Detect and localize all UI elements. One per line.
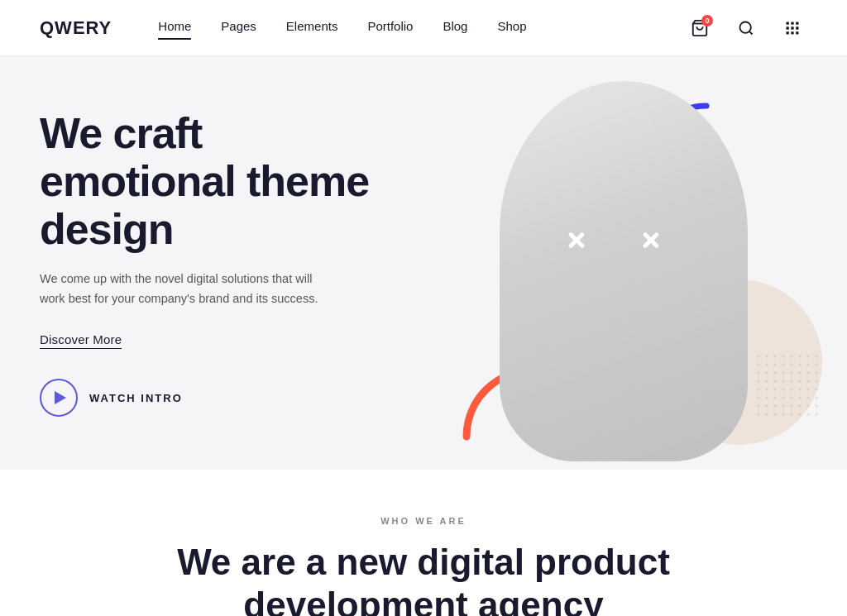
hero-content: We craft emotional theme design We come … [40, 109, 387, 418]
header: QWERY Home Pages Elements Portfolio Blog… [0, 0, 847, 56]
watch-intro-label: Watch InTRO [89, 392, 183, 404]
svg-line-2 [749, 31, 753, 34]
svg-rect-5 [796, 21, 798, 24]
hero-section: We craft emotional theme design We come … [0, 56, 847, 470]
statue-image [467, 56, 781, 461]
grid-menu-button[interactable] [778, 13, 807, 43]
logo[interactable]: QWERY [40, 17, 112, 39]
svg-rect-8 [796, 26, 798, 29]
who-we-are-label: WHO WE ARE [40, 516, 807, 526]
svg-rect-10 [791, 31, 793, 34]
hero-description: We come up with the novel digital soluti… [40, 270, 321, 309]
svg-rect-6 [787, 26, 789, 29]
play-triangle-icon [55, 391, 66, 404]
nav-item-home[interactable]: Home [158, 19, 191, 36]
nav-item-blog[interactable]: Blog [443, 19, 467, 36]
watch-intro-button[interactable]: Watch InTRO [40, 379, 387, 417]
svg-point-1 [740, 21, 751, 32]
nav-item-pages[interactable]: Pages [221, 19, 256, 36]
header-icons: 0 [685, 13, 807, 43]
svg-rect-7 [791, 26, 793, 29]
search-icon [738, 20, 754, 36]
svg-rect-3 [787, 21, 789, 24]
discover-more-link[interactable]: Discover More [40, 332, 122, 349]
statue-x-left [562, 226, 591, 255]
svg-rect-4 [791, 21, 793, 24]
nav-item-elements[interactable]: Elements [286, 19, 338, 36]
hero-title: We craft emotional theme design [40, 109, 387, 254]
cart-badge: 0 [701, 15, 713, 26]
nav-item-shop[interactable]: Shop [497, 19, 526, 36]
statue-x-right [636, 226, 666, 255]
search-button[interactable] [731, 13, 761, 43]
who-we-are-title: We are a new digital product development… [167, 541, 680, 616]
main-nav: Home Pages Elements Portfolio Blog Shop [158, 19, 685, 36]
svg-rect-11 [796, 31, 798, 34]
play-circle-icon [40, 379, 78, 417]
cart-button[interactable]: 0 [685, 13, 715, 43]
svg-rect-9 [787, 31, 789, 34]
who-we-are-section: WHO WE ARE We are a new digital product … [0, 470, 847, 616]
nav-item-portfolio[interactable]: Portfolio [367, 19, 413, 36]
grid-icon [784, 20, 801, 36]
